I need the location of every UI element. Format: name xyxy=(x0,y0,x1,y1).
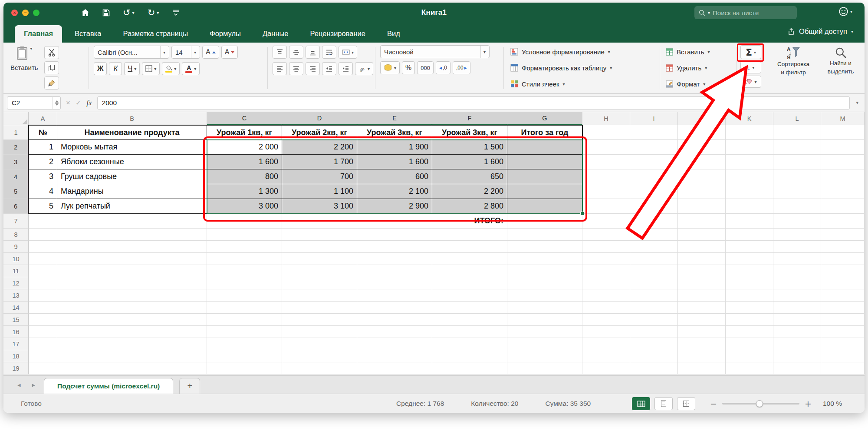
font-name-select[interactable]: Calibri (Осн...▾ xyxy=(94,46,169,59)
cell-M12[interactable] xyxy=(821,277,865,289)
cell-L8[interactable] xyxy=(773,229,821,241)
cell-F7[interactable]: ИТОГО: xyxy=(432,214,507,229)
cell-F17[interactable] xyxy=(432,338,507,350)
cell-C18[interactable] xyxy=(207,350,282,362)
cell-K16[interactable] xyxy=(726,326,773,338)
cell-B14[interactable] xyxy=(57,302,207,314)
cell-L14[interactable] xyxy=(773,302,821,314)
cell-K2[interactable] xyxy=(726,140,773,155)
cell-D7[interactable] xyxy=(282,214,357,229)
cell-H13[interactable] xyxy=(582,289,630,302)
cell-M3[interactable] xyxy=(821,155,865,169)
cell-B6[interactable]: Лук репчатый xyxy=(57,199,207,214)
cell-I6[interactable] xyxy=(630,199,678,214)
cell-F8[interactable] xyxy=(432,229,507,241)
paste-button[interactable]: ▾ Вставить xyxy=(10,45,38,90)
cell-B7[interactable] xyxy=(57,214,207,229)
cell-G14[interactable] xyxy=(507,302,582,314)
cell-F1[interactable]: Урожай 3кв, кг xyxy=(432,125,507,140)
cell-M19[interactable] xyxy=(821,362,865,375)
cell-A1[interactable]: № xyxy=(29,125,57,140)
cell-D12[interactable] xyxy=(282,277,357,289)
cell-G3[interactable] xyxy=(507,155,582,169)
format-cells-button[interactable]: Формат ▾ xyxy=(666,77,734,90)
cell-D17[interactable] xyxy=(282,338,357,350)
cell-E10[interactable] xyxy=(357,253,432,265)
cell-A4[interactable]: 3 xyxy=(29,169,57,184)
cell-H7[interactable] xyxy=(582,214,630,229)
cell-G18[interactable] xyxy=(507,350,582,362)
column-header-B[interactable]: B xyxy=(57,112,207,125)
cell-L2[interactable] xyxy=(773,140,821,155)
cell-G6[interactable] xyxy=(507,199,582,214)
row-header-1[interactable]: 1 xyxy=(3,125,29,140)
row-header-17[interactable]: 17 xyxy=(3,338,29,350)
align-bottom-button[interactable] xyxy=(306,46,320,59)
cell-H15[interactable] xyxy=(582,314,630,326)
row-header-11[interactable]: 11 xyxy=(3,265,29,277)
cell-G17[interactable] xyxy=(507,338,582,350)
column-header-M[interactable]: M xyxy=(821,112,865,125)
cell-A13[interactable] xyxy=(29,289,57,302)
cell-E14[interactable] xyxy=(357,302,432,314)
cell-A12[interactable] xyxy=(29,277,57,289)
underline-button[interactable]: Ч▾ xyxy=(124,62,140,75)
cell-C10[interactable] xyxy=(207,253,282,265)
cell-M9[interactable] xyxy=(821,241,865,253)
cell-C17[interactable] xyxy=(207,338,282,350)
prev-sheet-button[interactable]: ◂ xyxy=(15,381,23,389)
cell-G2[interactable] xyxy=(507,140,582,155)
cell-H1[interactable] xyxy=(582,125,630,140)
cell-C13[interactable] xyxy=(207,289,282,302)
search-input[interactable] xyxy=(713,9,799,17)
insert-function-button[interactable]: fx xyxy=(86,99,92,107)
cell-D16[interactable] xyxy=(282,326,357,338)
cell-styles-button[interactable]: Стили ячеек ▾ xyxy=(510,77,658,90)
cell-A19[interactable] xyxy=(29,362,57,375)
cell-C19[interactable] xyxy=(207,362,282,375)
cell-M14[interactable] xyxy=(821,302,865,314)
minimize-button[interactable]: − xyxy=(22,10,29,16)
row-header-6[interactable]: 6 xyxy=(3,199,29,214)
cell-I15[interactable] xyxy=(630,314,678,326)
home-button[interactable] xyxy=(81,9,89,17)
column-header-F[interactable]: F xyxy=(432,112,507,125)
row-header-14[interactable]: 14 xyxy=(3,302,29,314)
row-header-3[interactable]: 3 xyxy=(3,155,29,169)
cell-D8[interactable] xyxy=(282,229,357,241)
cell-I8[interactable] xyxy=(630,229,678,241)
cell-E18[interactable] xyxy=(357,350,432,362)
cell-C16[interactable] xyxy=(207,326,282,338)
cell-E15[interactable] xyxy=(357,314,432,326)
cell-I1[interactable] xyxy=(630,125,678,140)
cell-E7[interactable] xyxy=(357,214,432,229)
tab-page-layout[interactable]: Разметка страницы xyxy=(114,25,197,43)
delete-cells-button[interactable]: Удалить ▾ xyxy=(666,61,734,74)
cell-D19[interactable] xyxy=(282,362,357,375)
column-header-E[interactable]: E xyxy=(357,112,432,125)
cell-L7[interactable] xyxy=(773,214,821,229)
ribbon-display-options-button[interactable] xyxy=(172,9,180,16)
cell-I13[interactable] xyxy=(630,289,678,302)
row-header-4[interactable]: 4 xyxy=(3,169,29,184)
increase-indent-button[interactable] xyxy=(339,62,353,75)
cell-G4[interactable] xyxy=(507,169,582,184)
confirm-entry-button[interactable]: ✓ xyxy=(76,99,81,107)
cell-F2[interactable]: 1 500 xyxy=(432,140,507,155)
row-header-19[interactable]: 19 xyxy=(3,362,29,375)
font-size-select[interactable]: 14▾ xyxy=(171,46,200,59)
cell-M5[interactable] xyxy=(821,184,865,199)
cell-M16[interactable] xyxy=(821,326,865,338)
cell-E6[interactable]: 2 900 xyxy=(357,199,432,214)
cell-K1[interactable] xyxy=(726,125,773,140)
cell-H11[interactable] xyxy=(582,265,630,277)
cell-B9[interactable] xyxy=(57,241,207,253)
cell-G13[interactable] xyxy=(507,289,582,302)
cell-K10[interactable] xyxy=(726,253,773,265)
cell-B1[interactable]: Наименование продукта xyxy=(57,125,207,140)
cell-K12[interactable] xyxy=(726,277,773,289)
cell-A10[interactable] xyxy=(29,253,57,265)
cell-I17[interactable] xyxy=(630,338,678,350)
row-header-18[interactable]: 18 xyxy=(3,350,29,362)
cut-button[interactable] xyxy=(44,46,59,59)
